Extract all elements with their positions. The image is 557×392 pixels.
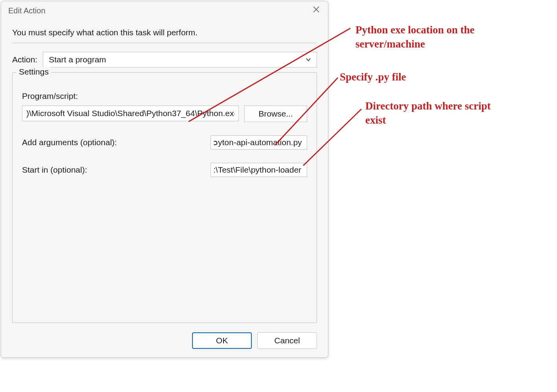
titlebar: Edit Action [1, 1, 328, 20]
close-button[interactable] [308, 3, 324, 18]
annotation-python-exe: Python exe location on the server/machin… [355, 23, 524, 51]
add-arguments-label: Add arguments (optional): [22, 138, 117, 147]
action-label: Action: [12, 55, 37, 64]
close-icon [312, 5, 320, 16]
annotation-directory: Directory path where script exist [365, 99, 499, 128]
dialog-body: You must specify what action this task w… [1, 20, 328, 327]
edit-action-dialog: Edit Action You must specify what action… [1, 1, 328, 358]
annotation-py-file: Specify .py file [340, 70, 406, 84]
dialog-buttons: OK Cancel [1, 327, 328, 357]
start-in-input[interactable] [211, 163, 307, 177]
browse-button[interactable]: Browse... [244, 106, 307, 122]
settings-fieldset: Settings Program/script: Browse... Add a… [12, 72, 317, 323]
start-in-label: Start in (optional): [22, 165, 87, 175]
ok-button[interactable]: OK [192, 332, 252, 349]
chevron-down-icon [306, 55, 311, 64]
program-script-input[interactable] [22, 106, 239, 121]
action-dropdown-value: Start a program [49, 55, 106, 64]
settings-legend: Settings [16, 67, 51, 77]
add-arguments-input[interactable] [211, 135, 307, 150]
cancel-button[interactable]: Cancel [257, 332, 317, 349]
dialog-title: Edit Action [8, 6, 46, 15]
action-dropdown[interactable]: Start a program [43, 52, 317, 67]
instruction-text: You must specify what action this task w… [12, 28, 317, 43]
program-script-label: Program/script: [22, 91, 307, 101]
action-row: Action: Start a program [12, 52, 317, 67]
